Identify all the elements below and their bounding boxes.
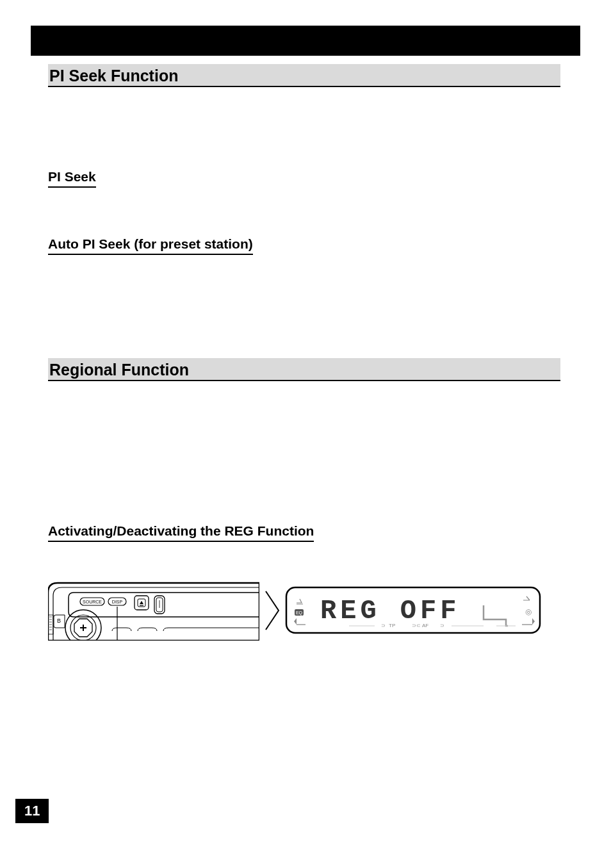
heading-pi-seek-function: PI Seek Function <box>48 64 560 87</box>
heading-activating-reg: Activating/Deactivating the REG Function <box>48 523 314 542</box>
heading-pi-seek: PI Seek <box>48 169 96 188</box>
svg-text:⊃⊂: ⊃⊂ <box>412 623 421 628</box>
heading-auto-pi-seek: Auto PI Seek (for preset station) <box>48 236 253 255</box>
lcd-display: EQ REG OFF ⊃ TP ⊃⊂ AF ⊃ ◎ <box>285 586 541 634</box>
page-number: 11 <box>15 799 49 823</box>
disp-button-label: DISP <box>112 600 123 604</box>
svg-rect-0 <box>189 599 259 612</box>
svg-text:⊃: ⊃ <box>440 623 444 628</box>
source-button-label: SOURCE <box>83 600 102 604</box>
svg-text:B: B <box>57 618 61 624</box>
heading-regional-function: Regional Function <box>48 358 560 381</box>
af-indicator: AF <box>422 623 428 628</box>
arrow-right-icon <box>263 588 281 633</box>
header-black-bar <box>31 26 580 56</box>
tp-indicator: TP <box>389 623 395 628</box>
device-display-row: SOURCE DISP <box>48 580 560 641</box>
svg-text:⊃: ⊃ <box>381 623 386 628</box>
eq-label: EQ <box>296 610 303 616</box>
display-main-text: REG OFF <box>320 596 460 626</box>
car-stereo-illustration: SOURCE DISP <box>48 580 259 641</box>
stereo-icon: ◎ <box>525 607 532 616</box>
